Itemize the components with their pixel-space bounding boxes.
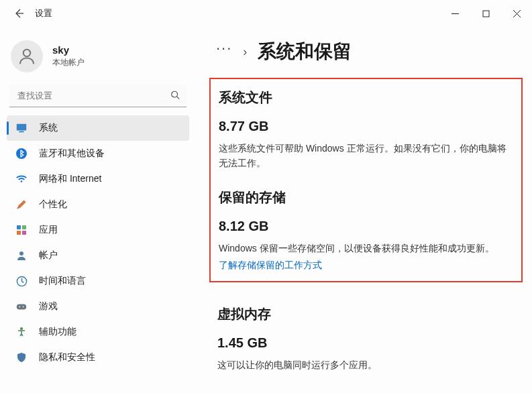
svg-point-15 [19, 251, 23, 256]
svg-rect-17 [17, 304, 26, 309]
section-system-files: 系统文件 8.77 GB 这些系统文件可帮助 Windows 正常运行。如果没有… [215, 89, 512, 171]
nav-item-accounts[interactable]: 帐户 [7, 243, 189, 268]
person-icon [17, 46, 37, 66]
breadcrumb: ··· › 系统和保留 [216, 39, 525, 64]
user-subtitle: 本地帐户 [52, 57, 85, 68]
nav-label: 系统 [39, 122, 58, 134]
nav-label: 帐户 [39, 249, 58, 262]
nav-item-accessibility[interactable]: 辅助功能 [7, 319, 189, 345]
section-title: 虚拟内存 [217, 305, 525, 323]
nav-item-privacy[interactable]: 隐私和安全性 [7, 345, 189, 370]
nav-label: 个性化 [39, 199, 67, 211]
section-virtual-memory: 虚拟内存 1.45 GB 这可以让你的电脑同时运行多个应用。 [213, 305, 525, 372]
close-icon [513, 10, 521, 17]
back-button[interactable] [12, 7, 25, 20]
apps-icon [15, 223, 28, 237]
breadcrumb-more[interactable]: ··· [216, 41, 232, 56]
svg-rect-1 [483, 11, 489, 17]
nav-label: 隐私和安全性 [39, 351, 95, 363]
minimize-button[interactable] [439, 3, 470, 24]
svg-point-18 [19, 306, 20, 308]
nav-label: 游戏 [39, 300, 58, 313]
user-block[interactable]: sky 本地帐户 [7, 34, 189, 85]
svg-rect-11 [17, 225, 21, 229]
nav-item-apps[interactable]: 应用 [7, 217, 189, 243]
system-icon [15, 121, 28, 135]
page-title: 系统和保留 [258, 39, 352, 64]
section-desc: 这些系统文件可帮助 Windows 正常运行。如果没有它们，你的电脑将无法工作。 [219, 141, 512, 171]
section-title: 保留的存储 [219, 188, 512, 207]
brush-icon [15, 198, 28, 211]
chevron-right-icon: › [243, 45, 247, 59]
arrow-left-icon [13, 8, 24, 19]
window-controls [439, 0, 532, 27]
svg-point-19 [23, 306, 24, 308]
nav-item-gaming[interactable]: 游戏 [7, 294, 189, 319]
section-value: 8.12 GB [219, 219, 512, 234]
svg-rect-7 [17, 124, 26, 131]
svg-point-4 [23, 50, 31, 57]
accessibility-icon [15, 325, 28, 339]
window-title: 设置 [35, 7, 52, 19]
nav-item-personalization[interactable]: 个性化 [7, 192, 189, 217]
section-value: 1.45 GB [217, 335, 525, 351]
account-icon [15, 249, 28, 262]
nav-label: 应用 [39, 224, 58, 236]
svg-rect-13 [17, 231, 21, 235]
clock-globe-icon [15, 274, 28, 288]
nav-item-system[interactable]: 系统 [7, 115, 189, 141]
svg-rect-8 [19, 131, 23, 133]
nav-item-bluetooth[interactable]: 蓝牙和其他设备 [7, 141, 189, 166]
nav-label: 网络和 Internet [39, 173, 101, 185]
section-reserved-storage: 保留的存储 8.12 GB Windows 保留一些存储空间，以便设备获得良好性… [215, 188, 512, 272]
svg-rect-14 [22, 231, 26, 235]
svg-point-10 [21, 180, 23, 182]
nav: 系统 蓝牙和其他设备 网络和 Internet 个性化 [7, 115, 189, 370]
highlight-box: 系统文件 8.77 GB 这些系统文件可帮助 Windows 正常运行。如果没有… [209, 78, 523, 282]
svg-rect-12 [22, 225, 26, 229]
maximize-icon [482, 10, 490, 17]
maximize-button[interactable] [470, 3, 501, 24]
nav-label: 时间和语言 [39, 275, 86, 287]
search-input[interactable] [9, 85, 187, 107]
bluetooth-icon [15, 147, 28, 160]
close-button[interactable] [501, 3, 532, 24]
section-desc: 这可以让你的电脑同时运行多个应用。 [217, 357, 513, 372]
avatar [11, 40, 43, 72]
learn-more-link[interactable]: 了解存储保留的工作方式 [219, 260, 322, 272]
nav-label: 蓝牙和其他设备 [39, 148, 105, 160]
shield-icon [15, 351, 28, 364]
gamepad-icon [15, 300, 28, 313]
user-name: sky [52, 44, 85, 56]
wifi-icon [15, 172, 28, 186]
main-content: ··· › 系统和保留 系统文件 8.77 GB 这些系统文件可帮助 Windo… [195, 27, 532, 393]
minimize-icon [451, 10, 459, 17]
sidebar: sky 本地帐户 系统 蓝牙和其他设备 [0, 27, 195, 393]
svg-point-20 [20, 327, 23, 330]
nav-item-network[interactable]: 网络和 Internet [7, 166, 189, 192]
search-wrap [9, 85, 187, 107]
titlebar: 设置 [0, 0, 532, 27]
nav-label: 辅助功能 [39, 326, 76, 338]
nav-item-time-language[interactable]: 时间和语言 [7, 268, 189, 294]
section-title: 系统文件 [219, 89, 512, 107]
section-value: 8.77 GB [219, 119, 512, 134]
section-desc: Windows 保留一些存储空间，以便设备获得良好性能和成功更新。 [219, 241, 512, 256]
